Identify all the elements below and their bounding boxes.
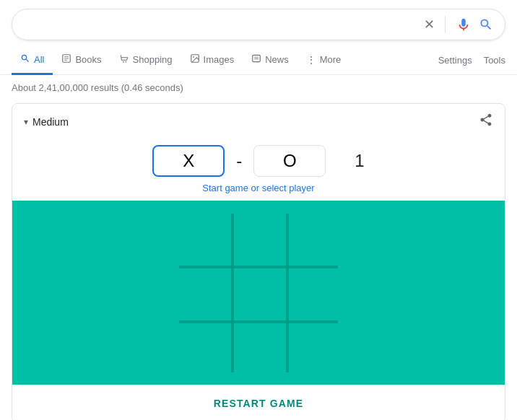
restart-button[interactable]: RESTART GAME [214, 398, 303, 409]
difficulty-row: ▾ Medium [24, 116, 69, 128]
chevron-icon[interactable]: ▾ [24, 117, 28, 127]
books-tab-icon [61, 53, 71, 66]
player-selector: X - O 1 [12, 139, 505, 180]
news-tab-icon [251, 53, 261, 66]
game-board-container[interactable] [12, 201, 505, 385]
player-x-button[interactable]: X [152, 145, 225, 177]
tab-more[interactable]: ⋮ More [297, 47, 350, 75]
search-icon[interactable] [479, 17, 493, 32]
tab-more-label: More [320, 54, 342, 65]
player-o-button[interactable]: O [253, 145, 326, 177]
grid-line-v2 [286, 214, 289, 372]
game-header: ▾ Medium [12, 104, 505, 139]
game-board[interactable] [179, 214, 338, 372]
shopping-tab-icon [119, 53, 129, 66]
mic-icon[interactable] [456, 17, 472, 32]
search-icons: ✕ [424, 16, 493, 33]
restart-row: RESTART GAME [12, 385, 505, 420]
tab-all[interactable]: All [12, 46, 53, 75]
game-card: ▾ Medium X - O 1 Start game or select pl… [12, 103, 505, 420]
results-info: About 2,41,00,000 results (0.46 seconds) [0, 75, 517, 100]
tab-books[interactable]: Books [53, 46, 110, 75]
svg-point-4 [123, 61, 124, 63]
all-tab-icon [20, 53, 30, 66]
images-tab-icon [190, 53, 200, 66]
search-input[interactable]: tic tac toe [24, 18, 424, 31]
search-bar-row: tic tac toe ✕ [0, 0, 517, 46]
prompt-text: Start game or select player [202, 183, 314, 193]
grid-line-h1 [179, 266, 338, 268]
settings-link[interactable]: Settings [438, 55, 472, 66]
grid-line-h2 [179, 320, 338, 323]
tab-all-label: All [34, 54, 44, 65]
svg-rect-8 [253, 55, 261, 61]
svg-point-7 [193, 56, 194, 58]
tab-images-label: Images [204, 54, 235, 65]
tab-news[interactable]: News [243, 46, 297, 75]
select-prompt: Start game or select player [12, 180, 505, 201]
results-count: About 2,41,00,000 results (0.46 seconds) [12, 82, 183, 93]
tab-shopping[interactable]: Shopping [110, 46, 181, 75]
nav-tabs: All Books Shopping Images News ⋮ More Se… [0, 46, 517, 75]
share-icon[interactable] [479, 113, 493, 131]
clear-icon[interactable]: ✕ [424, 17, 435, 32]
nav-settings-tools: Settings Tools [438, 55, 505, 66]
tab-images[interactable]: Images [181, 46, 243, 75]
svg-point-5 [125, 61, 126, 63]
player-dash: - [225, 151, 253, 171]
tab-shopping-label: Shopping [133, 54, 173, 65]
grid-line-v1 [231, 214, 234, 372]
difficulty-label[interactable]: Medium [32, 116, 69, 128]
search-box: tic tac toe ✕ [12, 9, 505, 40]
tab-books-label: Books [75, 54, 101, 65]
score-display: 1 [326, 151, 364, 171]
divider [445, 16, 446, 33]
more-tab-icon: ⋮ [306, 54, 316, 66]
tools-link[interactable]: Tools [484, 55, 505, 66]
tab-news-label: News [265, 54, 289, 65]
